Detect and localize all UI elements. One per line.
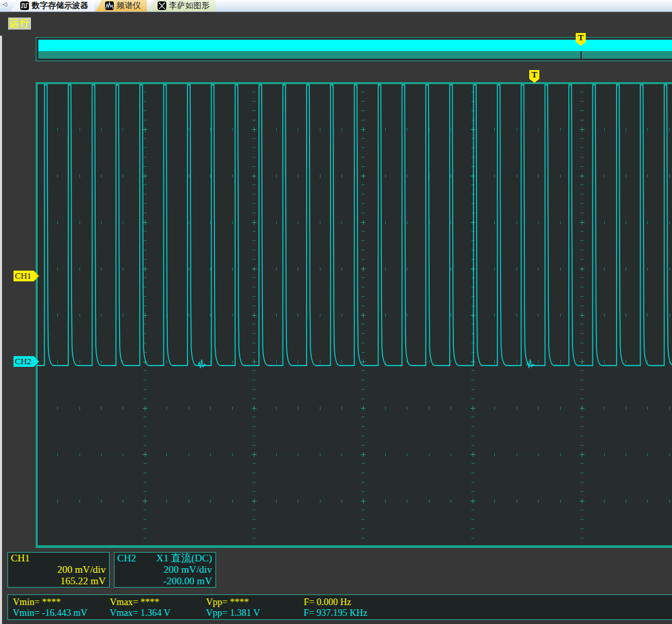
ch2-coupling: X1 直流(DC) <box>156 553 212 564</box>
ch2-vpp: Vpp= 1.381 V <box>206 607 260 619</box>
trigger-marker-scope[interactable]: T <box>529 70 539 83</box>
ch2-panel[interactable]: CH2 X1 直流(DC) 200 mV/div -200.00 mV <box>114 552 216 588</box>
tab-lissajous[interactable]: 李萨如图形 <box>148 0 215 11</box>
ch2-offset: -200.00 mV <box>114 576 215 587</box>
ch1-vmax: Vmax= **** <box>110 596 160 608</box>
ch2-position-marker[interactable]: CH2 <box>13 356 39 367</box>
tab-spectrum[interactable]: 频谱仪 <box>96 0 147 11</box>
trigger-position-line <box>580 51 582 60</box>
ch1-freq: F= 0.000 Hz <box>304 596 351 608</box>
ch2-vmin: Vmin= -16.443 mV <box>13 607 88 619</box>
measurements-row-ch1: Vmin= **** Vmax= **** Vpp= **** F= 0.000… <box>8 596 672 608</box>
tab-label: 频谱仪 <box>116 0 141 11</box>
waveform-canvas <box>38 84 672 545</box>
ch2-panel-label: CH2 <box>117 553 136 564</box>
tab-label: 李萨如图形 <box>169 0 209 11</box>
ch2-scale: 200 mV/div <box>114 564 215 576</box>
scope-display <box>36 82 672 548</box>
tab-scroll-left-button[interactable]: ◁ <box>0 0 9 11</box>
ch1-offset: 165.22 mV <box>8 576 109 587</box>
tab-oscilloscope[interactable]: 数字存储示波器 <box>11 0 94 11</box>
measurements-row-ch2: Vmin= -16.443 mV Vmax= 1.364 V Vpp= 1.38… <box>8 607 672 619</box>
ch1-panel-label: CH1 <box>11 553 30 564</box>
window-left-edge <box>0 36 2 624</box>
ch2-freq: F= 937.195 KHz <box>304 607 368 619</box>
tab-bar: ◁ 数字存储示波器 频谱仪 李萨如图形 <box>0 0 672 12</box>
lissajous-icon <box>158 1 166 10</box>
ch1-panel[interactable]: CH1 200 mV/div 165.22 mV <box>7 552 110 588</box>
ch1-position-marker[interactable]: CH1 <box>13 271 39 281</box>
spectrum-icon <box>105 1 114 10</box>
oscilloscope-wave-icon <box>20 1 29 10</box>
run-status-badge: 运行 <box>8 18 31 30</box>
ch2-vmax: Vmax= 1.364 V <box>110 607 170 619</box>
measurements-bar: Vmin= **** Vmax= **** Vpp= **** F= 0.000… <box>7 594 672 620</box>
ch1-scale: 200 mV/div <box>8 564 109 576</box>
tab-label: 数字存储示波器 <box>32 0 88 11</box>
ch1-vmin: Vmin= **** <box>13 596 61 608</box>
ch1-vpp: Vpp= **** <box>206 596 249 608</box>
oscilloscope-app: { "tab_bar": { "scroll_left": "◁", "tabs… <box>0 0 672 624</box>
display-window-band <box>38 51 672 59</box>
